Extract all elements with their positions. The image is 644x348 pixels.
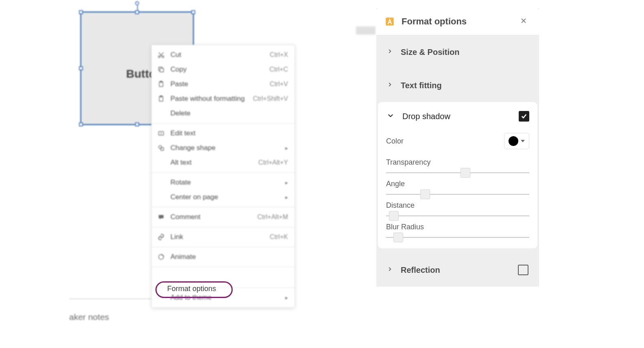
slider-track[interactable] (386, 194, 529, 195)
chevron-right-icon (387, 48, 393, 56)
section-size-position[interactable]: Size & Position (376, 35, 539, 69)
rotate-handle[interactable] (135, 1, 139, 5)
slider-label: Distance (386, 201, 529, 210)
menu-copy[interactable]: Copy Ctrl+C (152, 62, 295, 77)
resize-handle-nw[interactable] (79, 10, 83, 14)
dropdown-arrow-icon (521, 140, 525, 142)
section-title: Drop shadow (402, 112, 519, 121)
svg-point-1 (162, 56, 164, 58)
drop-shadow-header[interactable]: Drop shadow (386, 111, 529, 122)
blank-icon (157, 293, 166, 302)
menu-alt-text[interactable]: Alt text Ctrl+Alt+Y (152, 155, 295, 170)
submenu-arrow-icon: ▸ (285, 194, 288, 200)
cut-icon (157, 50, 166, 59)
menu-rotate[interactable]: Rotate ▸ (152, 175, 295, 190)
comment-icon (157, 213, 166, 222)
resize-handle-sw[interactable] (79, 122, 83, 126)
menu-label: Change shape (170, 144, 282, 152)
menu-divider (152, 247, 295, 247)
menu-label: Alt text (170, 159, 258, 167)
slider-track[interactable] (386, 237, 529, 238)
slider-angle: Angle (386, 180, 529, 195)
blank-icon (157, 193, 166, 202)
menu-label: Paste (170, 80, 270, 88)
menu-format-options[interactable] (152, 270, 295, 285)
menu-center-on-page[interactable]: Center on page ▸ (152, 190, 295, 204)
blank-icon (157, 178, 166, 187)
menu-divider (152, 227, 295, 227)
panel-header: Format options (376, 8, 539, 35)
color-label: Color (386, 137, 404, 146)
drop-shadow-checkbox[interactable] (519, 111, 529, 122)
menu-label: Comment (170, 213, 257, 221)
menu-comment[interactable]: Comment Ctrl+Alt+M (152, 210, 295, 224)
menu-label: Center on page (170, 193, 282, 201)
menu-edit-text[interactable]: Edit text (152, 126, 295, 141)
section-reflection[interactable]: Reflection (376, 253, 539, 287)
slider-thumb[interactable] (393, 233, 403, 242)
resize-handle-w[interactable] (79, 66, 83, 70)
chevron-right-icon (387, 266, 393, 274)
menu-label: Animate (170, 253, 288, 261)
menu-cut[interactable]: Cut Ctrl+X (152, 48, 295, 62)
menu-add-to-theme[interactable]: Add to theme ▸ (152, 290, 295, 305)
menu-shortcut: Ctrl+Alt+Y (258, 159, 288, 166)
speaker-notes-label: aker notes (69, 312, 109, 322)
section-text-fitting[interactable]: Text fitting (376, 69, 539, 102)
menu-animate[interactable]: Animate (152, 250, 295, 264)
section-title: Size & Position (401, 48, 528, 57)
menu-label: Cut (170, 51, 270, 59)
format-options-panel: Format options Size & Position Text fitt… (376, 8, 539, 287)
resize-handle-s[interactable] (135, 122, 139, 126)
menu-delete[interactable]: Delete (152, 106, 295, 121)
menu-divider (152, 123, 295, 124)
reflection-checkbox[interactable] (518, 265, 528, 275)
slider-track[interactable] (386, 215, 529, 216)
menu-link[interactable]: Link Ctrl+K (152, 230, 295, 244)
resize-handle-n[interactable] (135, 10, 139, 14)
svg-rect-10 (159, 215, 164, 218)
section-title: Reflection (401, 265, 518, 275)
slider-label: Transparency (386, 158, 529, 167)
close-button[interactable] (516, 14, 531, 29)
slider-label: Blur Radius (386, 223, 529, 231)
menu-label: Copy (170, 65, 269, 74)
menu-label: Link (170, 233, 270, 241)
panel-tab-handle[interactable] (356, 26, 375, 35)
menu-label: Paste without formatting (170, 95, 253, 103)
paste-icon (157, 94, 166, 103)
shape-icon (157, 144, 166, 152)
submenu-arrow-icon: ▸ (285, 179, 288, 186)
blank-icon (157, 109, 166, 118)
blank-icon (157, 273, 166, 282)
menu-label: Rotate (170, 178, 282, 187)
blank-icon (157, 158, 166, 167)
menu-divider (152, 267, 295, 267)
menu-shortcut: Ctrl+Alt+M (257, 213, 288, 221)
slider-thumb[interactable] (461, 168, 470, 178)
color-picker[interactable] (504, 133, 529, 149)
copy-icon (157, 65, 166, 74)
menu-shortcut: Ctrl+K (270, 233, 288, 241)
menu-shortcut: Ctrl+Shift+V (253, 95, 288, 102)
slider-distance: Distance (386, 201, 529, 216)
menu-shortcut: Ctrl+C (269, 66, 288, 73)
slider-track[interactable] (386, 172, 529, 173)
slider-thumb[interactable] (389, 211, 399, 221)
submenu-arrow-icon: ▸ (285, 294, 288, 301)
slider-thumb[interactable] (420, 189, 430, 199)
chevron-down-icon (387, 112, 394, 121)
slider-blur-radius: Blur Radius (386, 223, 529, 238)
menu-paste-without-formatting[interactable]: Paste without formatting Ctrl+Shift+V (152, 91, 295, 106)
svg-point-0 (158, 56, 160, 58)
link-icon (157, 233, 166, 241)
context-menu: Cut Ctrl+X Copy Ctrl+C Paste Ctrl+V Past… (151, 45, 295, 308)
menu-change-shape[interactable]: Change shape ▸ (152, 141, 295, 155)
resize-handle-ne[interactable] (191, 10, 195, 14)
section-title: Text fitting (401, 81, 528, 90)
slider-transparency: Transparency (386, 158, 529, 173)
menu-paste[interactable]: Paste Ctrl+V (152, 77, 295, 91)
menu-divider (152, 207, 295, 207)
edit-text-icon (157, 129, 166, 138)
menu-label: Delete (170, 109, 288, 117)
